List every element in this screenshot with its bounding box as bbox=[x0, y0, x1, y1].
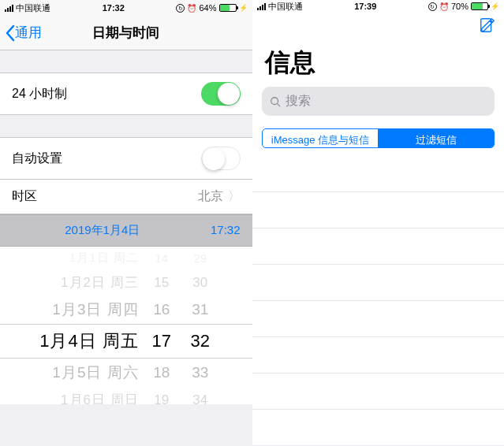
orientation-lock-icon: ↻ bbox=[176, 4, 185, 13]
messages-screen: 中国联通 17:39 ↻ ⏰ 70% ⚡ 信息 搜索 iMessage 信息与短… bbox=[252, 0, 505, 446]
list-item[interactable] bbox=[252, 301, 505, 337]
compose-button[interactable] bbox=[479, 17, 496, 37]
status-bar: 中国联通 17:32 ↻ ⏰ 64% ⚡ bbox=[0, 0, 252, 16]
cell-24hour[interactable]: 24 小时制 bbox=[0, 72, 252, 115]
battery-percent: 64% bbox=[199, 3, 216, 13]
charging-icon: ⚡ bbox=[491, 2, 499, 10]
list-item[interactable] bbox=[252, 410, 505, 446]
compose-icon bbox=[479, 17, 496, 34]
list-item[interactable] bbox=[252, 229, 505, 265]
search-icon bbox=[270, 96, 281, 107]
signal-icon bbox=[257, 2, 266, 10]
nav-bar: 通用 日期与时间 bbox=[0, 16, 252, 50]
picker-row[interactable]: 1月1日 周二1429 bbox=[0, 247, 252, 269]
timezone-value: 北京 bbox=[198, 188, 223, 205]
cell-label: 自动设置 bbox=[12, 151, 201, 167]
page-title: 信息 bbox=[252, 41, 505, 87]
status-time: 17:39 bbox=[303, 2, 428, 11]
signal-icon bbox=[5, 4, 13, 12]
filter-segmented-control: iMessage 信息与短信 过滤短信 bbox=[262, 128, 495, 148]
cell-autoset[interactable]: 自动设置 bbox=[0, 137, 252, 180]
picker-row[interactable]: 1月6日 周日1934 bbox=[0, 387, 252, 404]
datetime-picker[interactable]: 1月1日 周二14291月2日 周三15301月3日 周四16311月4日 周五… bbox=[0, 247, 252, 404]
back-label: 通用 bbox=[15, 24, 42, 42]
switch-autoset[interactable] bbox=[201, 147, 241, 170]
chevron-left-icon bbox=[5, 24, 15, 42]
settings-screen: 中国联通 17:32 ↻ ⏰ 64% ⚡ 通用 日期与时间 24 小时制 自动设… bbox=[0, 0, 252, 446]
list-item[interactable] bbox=[252, 265, 505, 301]
selected-time: 17:32 bbox=[193, 223, 241, 238]
picker-row[interactable]: 1月4日 周五1732 bbox=[0, 324, 252, 359]
nav-bar bbox=[252, 13, 505, 41]
message-list bbox=[252, 156, 505, 446]
search-placeholder: 搜索 bbox=[286, 93, 311, 110]
search-input[interactable]: 搜索 bbox=[262, 87, 495, 116]
list-item[interactable] bbox=[252, 374, 505, 410]
alarm-icon: ⏰ bbox=[187, 4, 196, 13]
segment-imessage[interactable]: iMessage 信息与短信 bbox=[263, 129, 379, 147]
svg-point-1 bbox=[271, 97, 278, 104]
battery-percent: 70% bbox=[451, 2, 469, 11]
cell-label: 时区 bbox=[12, 188, 198, 205]
switch-24hour[interactable] bbox=[201, 82, 241, 106]
status-time: 17:32 bbox=[50, 3, 176, 13]
cell-label: 24 小时制 bbox=[12, 86, 201, 102]
carrier-label: 中国联通 bbox=[268, 1, 303, 13]
status-bar: 中国联通 17:39 ↻ ⏰ 70% ⚡ bbox=[252, 0, 505, 13]
selected-date: 2019年1月4日 bbox=[12, 223, 193, 238]
picker-row[interactable]: 1月2日 周三1530 bbox=[0, 269, 252, 295]
list-item[interactable] bbox=[252, 156, 505, 192]
svg-line-2 bbox=[277, 103, 280, 106]
list-item[interactable] bbox=[252, 192, 505, 229]
chevron-right-icon: 〉 bbox=[228, 188, 241, 205]
orientation-lock-icon: ↻ bbox=[428, 2, 437, 11]
back-button[interactable]: 通用 bbox=[0, 24, 42, 42]
carrier-label: 中国联通 bbox=[16, 2, 50, 14]
picker-row[interactable]: 1月3日 周四1631 bbox=[0, 295, 252, 324]
list-item[interactable] bbox=[252, 337, 505, 374]
picker-row[interactable]: 1月5日 周六1833 bbox=[0, 359, 252, 387]
alarm-icon: ⏰ bbox=[439, 2, 449, 11]
charging-icon: ⚡ bbox=[239, 4, 248, 12]
segment-filter[interactable]: 过滤短信 bbox=[378, 129, 494, 147]
battery-icon bbox=[219, 4, 237, 12]
battery-icon bbox=[471, 2, 488, 10]
datetime-header[interactable]: 2019年1月4日 17:32 bbox=[0, 214, 252, 247]
cell-timezone[interactable]: 时区 北京 〉 bbox=[0, 180, 252, 214]
